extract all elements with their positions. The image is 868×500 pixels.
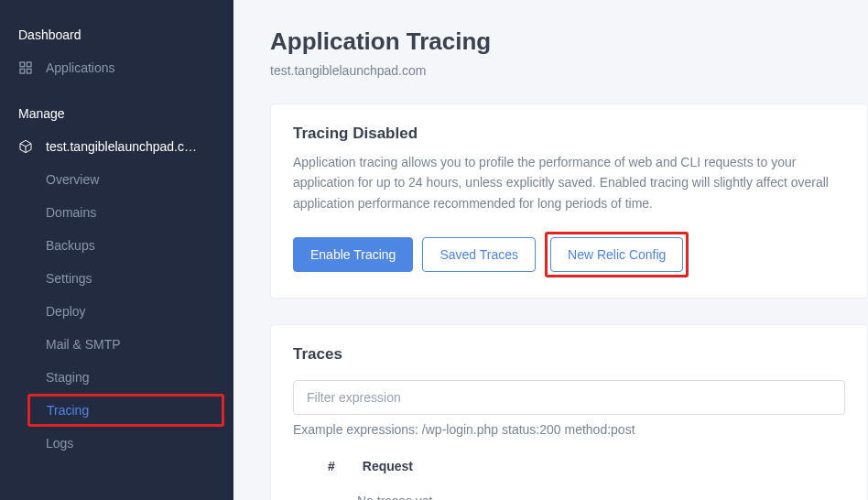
filter-expression-input[interactable] bbox=[293, 380, 845, 415]
grid-icon bbox=[18, 60, 33, 75]
sidebar-section-manage: Manage bbox=[0, 97, 233, 130]
sidebar-item-site[interactable]: test.tangiblelaunchpad.c… bbox=[0, 130, 233, 163]
traces-card: Traces Example expressions: /wp-login.ph… bbox=[270, 324, 868, 500]
filter-example-text: Example expressions: /wp-login.php statu… bbox=[293, 422, 845, 437]
col-request: Request bbox=[363, 459, 413, 473]
sidebar: Dashboard Applications Manage test.tangi… bbox=[0, 0, 233, 500]
sidebar-subitem-tracing[interactable]: Tracing bbox=[27, 394, 224, 427]
sidebar-subitem-staging[interactable]: Staging bbox=[0, 361, 233, 394]
traces-title: Traces bbox=[293, 345, 845, 364]
sidebar-subitem-mail-smtp[interactable]: Mail & SMTP bbox=[0, 328, 233, 361]
col-number: # bbox=[328, 459, 335, 473]
svg-rect-1 bbox=[27, 62, 31, 67]
enable-tracing-button[interactable]: Enable Tracing bbox=[293, 237, 413, 272]
svg-rect-3 bbox=[27, 69, 31, 73]
new-relic-highlight: New Relic Config bbox=[545, 232, 689, 277]
traces-table-header: # Request bbox=[293, 459, 845, 484]
cube-icon bbox=[18, 139, 33, 154]
sidebar-item-label: test.tangiblelaunchpad.c… bbox=[46, 139, 197, 154]
tracing-button-row: Enable Tracing Saved Traces New Relic Co… bbox=[293, 232, 845, 277]
tracing-status-description: Application tracing allows you to profil… bbox=[293, 152, 845, 213]
new-relic-config-button[interactable]: New Relic Config bbox=[550, 237, 683, 272]
page-title: Application Tracing bbox=[270, 27, 868, 56]
main-content: Application Tracing test.tangiblelaunchp… bbox=[233, 0, 868, 500]
tracing-status-title: Tracing Disabled bbox=[293, 125, 845, 143]
sidebar-item-applications[interactable]: Applications bbox=[0, 51, 233, 84]
sidebar-subitem-domains[interactable]: Domains bbox=[0, 196, 233, 229]
sidebar-subitem-backups[interactable]: Backups bbox=[0, 229, 233, 262]
sidebar-item-label: Applications bbox=[46, 60, 115, 75]
sidebar-subitem-overview[interactable]: Overview bbox=[0, 163, 233, 196]
sidebar-subitem-settings[interactable]: Settings bbox=[0, 262, 233, 295]
svg-rect-0 bbox=[20, 62, 25, 67]
traces-empty-text: No traces yet. bbox=[293, 484, 845, 500]
saved-traces-button[interactable]: Saved Traces bbox=[422, 237, 536, 272]
svg-rect-2 bbox=[20, 69, 25, 73]
sidebar-subitem-logs[interactable]: Logs bbox=[0, 427, 233, 460]
sidebar-subitem-deploy[interactable]: Deploy bbox=[0, 295, 233, 328]
page-subtitle: test.tangiblelaunchpad.com bbox=[270, 63, 868, 78]
tracing-status-card: Tracing Disabled Application tracing all… bbox=[270, 103, 868, 299]
sidebar-section-dashboard: Dashboard bbox=[0, 18, 233, 51]
